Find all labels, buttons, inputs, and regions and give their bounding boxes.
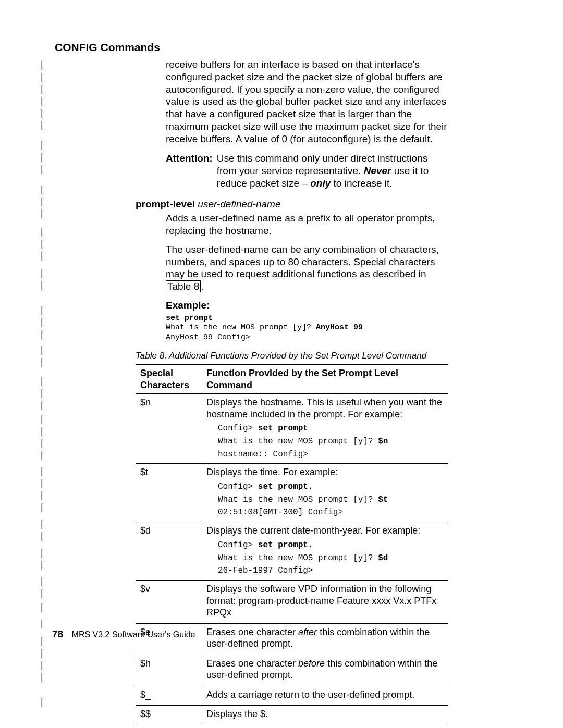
revision-bar: ||||: [41, 635, 42, 683]
intro-paragraph: receive buffers for an interface is base…: [166, 58, 448, 145]
code-bold: AnyHost 99: [316, 323, 363, 332]
section-heading: CONFIG Commands: [55, 41, 160, 54]
table-note-row: Note: You can combine these commands. Fo…: [136, 725, 448, 728]
table-row: $vDisplays the software VPD information …: [136, 581, 448, 624]
example-label: Example:: [166, 299, 448, 312]
function-desc-cell: Displays the current date-month-year. Fo…: [202, 522, 448, 581]
cell-description: Erases one character after this combinat…: [206, 626, 444, 650]
cell-code: Config> set prompt. What is the new MOS …: [218, 539, 444, 577]
revision-bar: ||||: [41, 413, 42, 461]
term-arg: user-defined-name: [198, 199, 280, 209]
term-definition: prompt-level user-defined-name: [136, 198, 448, 211]
attention-body: Use this command only under direct instr…: [217, 152, 448, 189]
cell-description: Displays the $.: [206, 708, 444, 720]
cell-description: Displays the hostname. This is useful wh…: [206, 397, 444, 420]
page-number: 78: [52, 628, 63, 639]
revision-bar: |||: [41, 226, 42, 262]
table-header-col1: SpecialCharacters: [136, 365, 202, 394]
table-note-cell: Note: You can combine these commands. Fo…: [136, 725, 448, 728]
cell-description: Displays the software VPD information in…: [206, 583, 444, 619]
cell-description: Displays the current date-month-year. Fo…: [206, 525, 444, 537]
special-char-cell: $$: [136, 706, 202, 725]
attention-label: Attention:: [166, 152, 213, 189]
text: to increase it.: [331, 178, 392, 189]
term-keyword: prompt-level: [136, 199, 195, 209]
code: What is the new MOS prompt [y]?: [166, 323, 316, 332]
cell-description: Displays the time. For example:: [206, 466, 444, 478]
table-8: SpecialCharacters Function Provided by t…: [136, 364, 448, 728]
revision-bar: ||||||: [41, 59, 42, 131]
revision-bar: |||: [41, 375, 42, 411]
footer-doc-title: MRS V3.2 Software User's Guide: [72, 630, 195, 639]
revision-bar: |: [41, 618, 42, 630]
function-desc-cell: Displays the $.: [202, 706, 448, 725]
table-header-col2: Function Provided by the Set Prompt Leve…: [202, 365, 448, 394]
table-row: $$Displays the $.: [136, 706, 448, 725]
table-row: $hErases one character before this combi…: [136, 655, 448, 686]
revision-bar: ||: [41, 518, 42, 542]
revision-bar: ||: [41, 575, 42, 599]
code: AnyHost 99 Config>: [166, 333, 250, 342]
table-row: $nDisplays the hostname. This is useful …: [136, 394, 448, 464]
table-row: $_Adds a carriage return to the user-def…: [136, 686, 448, 706]
table-caption: Table 8. Additional Functions Provided b…: [136, 350, 448, 361]
function-desc-cell: Displays the software VPD information in…: [202, 581, 448, 624]
revision-bar: ||: [41, 344, 42, 368]
revision-bar: ||: [41, 547, 42, 571]
special-char-cell: $d: [136, 522, 202, 581]
term-para-1: Adds a user-defined name as a prefix to …: [166, 212, 448, 237]
table-row: $dDisplays the current date-month-year. …: [136, 522, 448, 581]
example-code: set prompt What is the new MOS prompt [y…: [166, 314, 448, 343]
cell-description: Adds a carriage return to the user-defin…: [206, 689, 444, 701]
table-row: $tDisplays the time. For example:Config>…: [136, 464, 448, 522]
function-desc-cell: Erases one character after this combinat…: [202, 623, 448, 655]
revision-bar: |||: [41, 183, 42, 219]
special-char-cell: $_: [136, 686, 202, 706]
revision-bar: |||: [41, 139, 42, 175]
table-8-link[interactable]: Table 8: [166, 280, 201, 292]
page-footer: 78 MRS V3.2 Software User's Guide: [52, 628, 195, 640]
text: The user-defined-name can be any combina…: [166, 244, 439, 280]
function-desc-cell: Displays the time. For example:Config> s…: [202, 464, 448, 522]
special-char-cell: $h: [136, 655, 202, 686]
special-char-cell: $t: [136, 464, 202, 522]
special-char-cell: $n: [136, 394, 202, 464]
function-desc-cell: Displays the hostname. This is useful wh…: [202, 394, 448, 464]
revision-bar: |||: [41, 304, 42, 340]
emphasis-never: Never: [364, 165, 391, 176]
revision-bar: |: [41, 601, 42, 613]
function-desc-cell: Adds a carriage return to the user-defin…: [202, 686, 448, 706]
revision-bar: ||: [41, 267, 42, 291]
term-para-2: The user-defined-name can be any combina…: [166, 243, 448, 293]
special-char-cell: $v: [136, 581, 202, 624]
code-bold: set prompt: [166, 314, 213, 323]
attention-block: Attention: Use this command only under d…: [166, 152, 448, 189]
cell-code: Config> set prompt. What is the new MOS …: [218, 480, 444, 519]
revision-bar: |: [41, 696, 42, 708]
function-desc-cell: Erases one character before this combina…: [202, 655, 448, 686]
emphasis-only: only: [310, 178, 331, 189]
cell-description: Erases one character before this combina…: [206, 658, 444, 681]
text: .: [201, 281, 203, 292]
cell-code: Config> set prompt What is the new MOS p…: [218, 422, 444, 461]
revision-bar: ||||: [41, 465, 42, 513]
